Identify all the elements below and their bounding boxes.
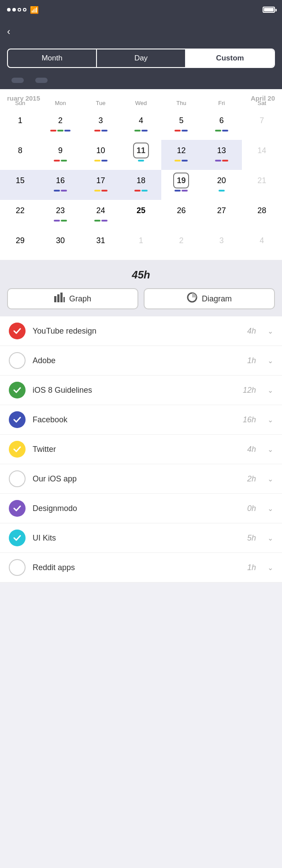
project-item[interactable]: Reddit apps1h⌄ (0, 553, 282, 582)
calendar-day-0-3[interactable]: 4 (121, 110, 161, 140)
color-bar (101, 220, 108, 222)
color-bar (182, 130, 188, 132)
project-item[interactable]: Twitter4h⌄ (0, 435, 282, 464)
calendar-day-3-4[interactable]: 26 (161, 200, 201, 230)
calendar-day-0-0[interactable]: 1 (0, 110, 40, 140)
calendar-day-4-2[interactable]: 31 (81, 230, 121, 260)
color-bars (131, 190, 151, 192)
color-bars (131, 160, 151, 162)
calendar-day-0-1[interactable]: 2 (40, 110, 80, 140)
chevron-down-icon[interactable]: ⌄ (267, 534, 273, 542)
calendar-day-4-6[interactable]: 4 (242, 230, 282, 260)
svg-rect-3 (63, 297, 65, 302)
calendar-day-1-0[interactable]: 8 (0, 140, 40, 170)
calendar-day-1-4[interactable]: 12 (161, 140, 201, 170)
calendar-day-2-2[interactable]: 17 (81, 170, 121, 200)
graph-button[interactable]: Graph (7, 288, 138, 309)
pie-chart-icon (187, 292, 197, 305)
calendar-day-3-6[interactable]: 28 (242, 200, 282, 230)
calendar-day-1-6[interactable]: 14 (242, 140, 282, 170)
calendar-day-1-2[interactable]: 10 (81, 140, 121, 170)
day-number: 14 (254, 143, 270, 158)
color-bar (141, 190, 148, 192)
total-value: 45h (132, 269, 150, 281)
segment-custom[interactable]: Custom (186, 49, 274, 67)
color-bar (54, 160, 60, 162)
calendar-day-4-0[interactable]: 29 (0, 230, 40, 260)
calendar-day-2-3[interactable]: 18 (121, 170, 161, 200)
calendar-day-0-6[interactable]: 7 (242, 110, 282, 140)
calendar-day-0-2[interactable]: 3 (81, 110, 121, 140)
calendar-day-2-4[interactable]: 19 (161, 170, 201, 200)
color-bars (50, 160, 70, 162)
from-date[interactable] (11, 78, 24, 83)
project-icon-2 (9, 382, 26, 398)
project-item[interactable]: iOS 8 Guidelines12h⌄ (0, 376, 282, 405)
diagram-button[interactable]: Diagram (144, 288, 275, 309)
calendar-day-1-5[interactable]: 13 (201, 140, 241, 170)
project-hours: 5h (247, 534, 256, 543)
color-bars (50, 130, 70, 132)
svg-rect-1 (57, 294, 59, 302)
calendar-day-4-5[interactable]: 3 (201, 230, 241, 260)
project-item[interactable]: Our iOS app2h⌄ (0, 464, 282, 494)
chevron-down-icon[interactable]: ⌄ (267, 564, 273, 572)
project-hours: 1h (247, 356, 256, 365)
calendar-day-2-1[interactable]: 16 (40, 170, 80, 200)
color-bar (54, 190, 60, 192)
calendar-day-3-5[interactable]: 27 (201, 200, 241, 230)
diagram-label: Diagram (202, 294, 232, 304)
color-bars (91, 190, 111, 192)
color-bar (50, 130, 56, 132)
signal-dot-3 (18, 8, 21, 11)
calendar-day-4-4[interactable]: 2 (161, 230, 201, 260)
calendar-day-1-3[interactable]: 11 (121, 140, 161, 170)
day-number: 15 (12, 173, 28, 188)
calendar-day-2-6[interactable]: 21 (242, 170, 282, 200)
calendar-day-2-0[interactable]: 15 (0, 170, 40, 200)
back-button[interactable]: ‹ (7, 26, 12, 38)
project-name: UI Kits (33, 534, 240, 543)
color-bar (174, 130, 181, 132)
chevron-down-icon[interactable]: ⌄ (267, 386, 273, 395)
segment-container: Month Day Custom (0, 44, 282, 74)
chevron-down-icon[interactable]: ⌄ (267, 357, 273, 365)
chevron-down-icon[interactable]: ⌄ (267, 504, 273, 513)
color-bar (174, 190, 181, 192)
color-bar (61, 220, 67, 222)
project-icon-1 (9, 352, 26, 369)
battery-icon (263, 7, 275, 13)
color-bar (215, 160, 221, 162)
calendar-day-3-0[interactable]: 22 (0, 200, 40, 230)
chevron-down-icon[interactable]: ⌄ (267, 416, 273, 424)
calendar-day-2-5[interactable]: 20 (201, 170, 241, 200)
chevron-down-icon[interactable]: ⌄ (267, 445, 273, 454)
color-bars (131, 130, 151, 132)
view-buttons: Graph Diagram (7, 288, 275, 309)
chevron-down-icon[interactable]: ⌄ (267, 475, 273, 483)
to-date[interactable] (35, 78, 48, 83)
calendar-day-3-1[interactable]: 23 (40, 200, 80, 230)
calendar-day-0-5[interactable]: 6 (201, 110, 241, 140)
color-bar (134, 190, 141, 192)
project-item[interactable]: UI Kits5h⌄ (0, 523, 282, 553)
project-item[interactable]: Adobe1h⌄ (0, 346, 282, 376)
segment-day[interactable]: Day (97, 49, 186, 67)
calendar-day-4-1[interactable]: 30 (40, 230, 80, 260)
day-number: 21 (254, 173, 270, 188)
project-item[interactable]: YouTube redesign4h⌄ (0, 316, 282, 346)
prev-month-label: ruary 2015 (7, 94, 40, 102)
calendar-day-3-2[interactable]: 24 (81, 200, 121, 230)
svg-rect-0 (54, 296, 56, 302)
calendar-day-1-1[interactable]: 9 (40, 140, 80, 170)
project-item[interactable]: Designmodo0h⌄ (0, 494, 282, 523)
calendar-day-4-3[interactable]: 1 (121, 230, 161, 260)
day-number: 9 (52, 143, 68, 158)
day-number: 2 (173, 233, 189, 248)
calendar-day-0-4[interactable]: 5 (161, 110, 201, 140)
color-bar (61, 160, 67, 162)
chevron-down-icon[interactable]: ⌄ (267, 327, 273, 335)
project-item[interactable]: Facebook16h⌄ (0, 405, 282, 435)
segment-month[interactable]: Month (8, 49, 97, 67)
calendar-day-3-3[interactable]: 25 (121, 200, 161, 230)
